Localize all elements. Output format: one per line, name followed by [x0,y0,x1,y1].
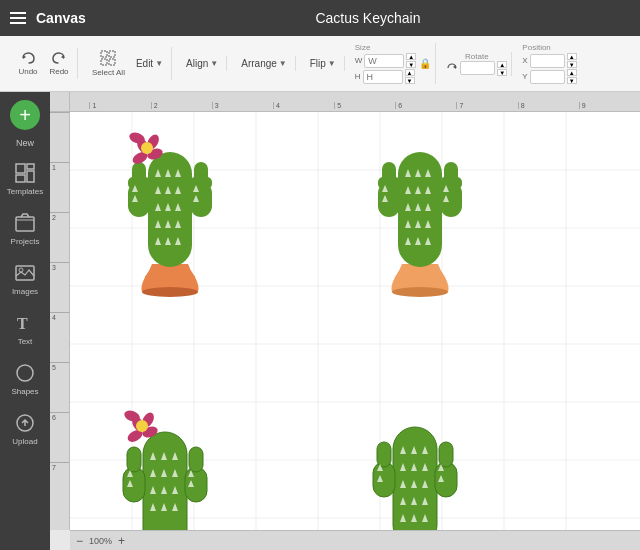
arrange-dropdown[interactable]: Arrange ▼ [237,56,291,71]
ruler-h-7: 7 [456,102,517,109]
lock-icon[interactable]: 🔒 [419,58,431,69]
edit-dropdown[interactable]: Edit ▼ [132,56,167,71]
select-all-button[interactable]: Select All [88,47,129,80]
size-group: Size W ▲ ▼ H ▲ ▼ 🔒 [351,43,437,84]
edit-dropdown-arrow: ▼ [155,59,163,68]
width-up-btn[interactable]: ▲ [406,53,416,60]
toolbar: Undo Redo Select All Edit ▼ Align ▼ Arra… [0,36,640,92]
flip-group: Flip ▼ [302,56,345,71]
zoom-level: 100% [89,536,112,546]
pot-bottom-top-right [392,287,448,297]
select-edit-group: Select All Edit ▼ [84,47,172,80]
shapes-icon [14,362,36,384]
ruler-h-3: 3 [212,102,273,109]
y-input[interactable] [530,70,565,84]
width-down-btn[interactable]: ▼ [406,61,416,68]
y-up-btn[interactable]: ▲ [567,69,577,76]
sidebar-item-text[interactable]: T Text [3,306,47,352]
height-up-btn[interactable]: ▲ [405,69,415,76]
ruler-corner [50,92,70,112]
svg-rect-2 [101,51,107,57]
svg-rect-3 [109,51,115,57]
ruler-v-2: 2 [50,212,69,262]
cactus-bottom-left[interactable] [123,409,207,530]
rotate-input-group: Rotate ▲ ▼ [446,52,507,76]
sidebar-item-images[interactable]: Images [3,256,47,302]
rotate-input[interactable] [460,61,495,75]
projects-icon [14,212,36,234]
svg-rect-10 [27,171,34,182]
cactus-illustrations[interactable] [70,112,640,530]
flip-dropdown[interactable]: Flip ▼ [306,56,340,71]
zoom-in-button[interactable]: + [118,535,125,547]
rotate-down-btn[interactable]: ▼ [497,69,507,76]
top-bar: Canvas Cactus Keychain [0,0,640,36]
ruler-v-4: 4 [50,312,69,362]
width-input[interactable] [364,54,404,68]
arrange-group: Arrange ▼ [233,56,296,71]
svg-marker-0 [23,55,26,59]
y-down-btn[interactable]: ▼ [567,77,577,84]
cactus-top-left[interactable] [128,131,212,297]
height-down-btn[interactable]: ▼ [405,77,415,84]
ruler-h-marks: 1 2 3 4 5 6 7 8 9 [70,92,640,109]
canvas-area[interactable]: 1 2 3 4 5 6 7 8 9 1 2 3 4 5 6 7 [50,92,640,550]
templates-icon [14,162,36,184]
sidebar-item-shapes[interactable]: Shapes [3,356,47,402]
ruler-h-4: 4 [273,102,334,109]
ruler-h-6: 6 [395,102,456,109]
text-icon: T [14,312,36,334]
project-title: Cactus Keychain [106,10,630,26]
align-dropdown[interactable]: Align ▼ [182,56,222,71]
right-arm-up-tl [194,162,208,184]
position-group: Position X ▲ ▼ Y ▲ ▼ [518,43,580,84]
ruler-v-3: 3 [50,262,69,312]
ruler-h-9: 9 [579,102,640,109]
ruler-h-5: 5 [334,102,395,109]
menu-icon[interactable] [10,12,26,24]
upload-icon [14,412,36,434]
undo-button[interactable]: Undo [14,48,42,79]
svg-rect-9 [27,164,34,169]
ruler-h-8: 8 [518,102,579,109]
main-area: + New Templates Projects [0,92,640,550]
images-icon [14,262,36,284]
svg-rect-11 [16,217,34,231]
x-down-btn[interactable]: ▼ [567,61,577,68]
redo-button[interactable]: Redo [45,48,73,79]
cactus-bottom-right[interactable] [373,427,457,530]
ruler-h-2: 2 [151,102,212,109]
zoom-out-button[interactable]: − [76,535,83,547]
undo-redo-group: Undo Redo [10,48,78,79]
ruler-left: 1 2 3 4 5 6 7 [50,112,70,530]
sidebar-item-upload[interactable]: Upload [3,406,47,452]
new-button[interactable]: + [10,100,40,130]
sidebar-item-projects[interactable]: Projects [3,206,47,252]
ruler-v-5: 5 [50,362,69,412]
x-up-btn[interactable]: ▲ [567,53,577,60]
ruler-v-1: 1 [50,162,69,212]
x-input[interactable] [530,54,565,68]
svg-rect-59 [382,162,396,184]
position-inputs: Position X ▲ ▼ Y ▲ ▼ [522,43,576,84]
ruler-h-1: 1 [89,102,150,109]
cactus-body-br [393,427,437,530]
cactus-top-right[interactable] [378,152,462,297]
rotate-up-btn[interactable]: ▲ [497,61,507,68]
align-group: Align ▼ [178,56,227,71]
svg-rect-83 [127,447,141,472]
ruler-v-6: 6 [50,412,69,462]
ruler-top: 1 2 3 4 5 6 7 8 9 [70,92,640,112]
svg-rect-111 [439,442,453,467]
height-input[interactable] [363,70,403,84]
pot-bottom-top-left [142,287,198,297]
size-inputs: Size W ▲ ▼ H ▲ ▼ [355,43,417,84]
bottombar: − 100% + [70,530,640,550]
ruler-v-0 [50,112,69,162]
cactus-body-bl [143,432,187,530]
app-title: Canvas [36,10,86,26]
canvas-content[interactable] [70,112,640,530]
sidebar-item-templates[interactable]: Templates [3,156,47,202]
svg-rect-62 [444,162,458,184]
rotate-icon [446,62,458,74]
